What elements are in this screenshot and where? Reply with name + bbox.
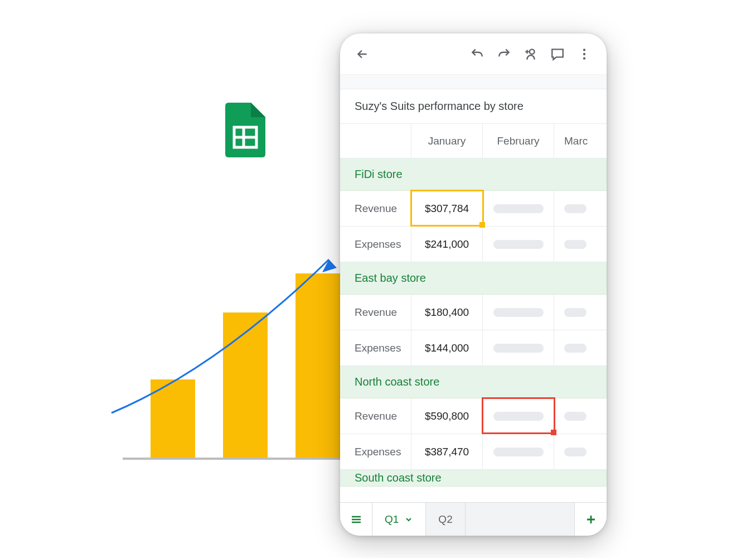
placeholder-cell — [493, 308, 544, 317]
placeholder-cell — [564, 448, 587, 456]
placeholder-cell — [564, 344, 587, 353]
all-sheets-menu-icon[interactable] — [340, 503, 372, 536]
mobile-sheets-app: Suzy's Suits performance by store Januar… — [340, 33, 607, 536]
placeholder-cell — [493, 412, 544, 421]
table-row[interactable]: Revenue $590,800 — [340, 398, 607, 434]
sheet-tab-bar: Q1 Q2 — [340, 502, 607, 536]
google-sheets-logo-icon — [225, 103, 265, 157]
svg-point-10 — [583, 57, 585, 59]
more-vert-icon[interactable] — [573, 43, 595, 65]
app-toolbar — [340, 33, 607, 75]
placeholder-cell — [493, 204, 544, 213]
row-label: Revenue — [340, 295, 411, 330]
cell-value[interactable]: $241,000 — [411, 227, 483, 262]
bar-chart — [106, 240, 357, 463]
cell-value[interactable]: $590,800 — [411, 398, 483, 434]
tab-label: Q2 — [438, 513, 452, 526]
placeholder-cell — [564, 412, 587, 421]
spreadsheet-grid[interactable]: Suzy's Suits performance by store Januar… — [340, 75, 607, 502]
row-label: Revenue — [340, 191, 411, 226]
svg-point-8 — [583, 49, 585, 51]
col-header-jan[interactable]: January — [411, 124, 483, 158]
tab-q2[interactable]: Q2 — [426, 503, 465, 536]
row-label: Expenses — [340, 330, 411, 365]
placeholder-cell — [564, 308, 587, 317]
placeholder-cell — [493, 240, 544, 249]
table-row[interactable]: Revenue $180,400 — [340, 295, 607, 330]
row-label: Expenses — [340, 227, 411, 262]
tab-label: Q1 — [385, 513, 399, 526]
svg-rect-5 — [295, 273, 340, 458]
row-label: Revenue — [340, 398, 411, 434]
cell-value[interactable]: $180,400 — [411, 295, 483, 330]
column-headers: January February Marc — [340, 124, 607, 158]
cell-value[interactable]: $387,470 — [411, 434, 483, 469]
placeholder-cell — [493, 448, 544, 456]
comment-icon[interactable] — [546, 43, 569, 65]
cell-value[interactable]: $144,000 — [411, 330, 483, 365]
svg-point-7 — [530, 49, 535, 54]
svg-rect-4 — [223, 312, 268, 458]
placeholder-cell — [493, 344, 544, 353]
row-label: Expenses — [340, 434, 411, 469]
undo-icon[interactable] — [466, 43, 488, 65]
cell-value[interactable]: $307,784 — [411, 191, 483, 226]
svg-point-9 — [583, 52, 585, 55]
col-header-feb[interactable]: February — [483, 124, 554, 158]
chevron-down-icon — [404, 515, 413, 524]
placeholder-cell — [564, 240, 587, 249]
redo-icon[interactable] — [493, 43, 515, 65]
add-sheet-icon[interactable] — [574, 503, 607, 536]
table-row[interactable]: Expenses $241,000 — [340, 227, 607, 262]
sheet-title-cell[interactable]: Suzy's Suits performance by store — [340, 89, 607, 124]
group-southcoast[interactable]: South coast store — [340, 470, 607, 487]
table-row[interactable]: Revenue $307,784 — [340, 191, 607, 227]
group-eastbay[interactable]: East bay store — [340, 262, 607, 295]
back-arrow-icon[interactable] — [351, 43, 374, 65]
group-fidi[interactable]: FiDi store — [340, 158, 607, 191]
group-northcoast[interactable]: North coast store — [340, 366, 607, 398]
table-row[interactable]: Expenses $387,470 — [340, 434, 607, 470]
col-header-mar[interactable]: Marc — [554, 124, 607, 158]
table-row[interactable]: Expenses $144,000 — [340, 330, 607, 366]
placeholder-cell — [564, 204, 587, 213]
add-person-icon[interactable] — [520, 43, 542, 65]
tab-q1[interactable]: Q1 — [372, 503, 426, 536]
